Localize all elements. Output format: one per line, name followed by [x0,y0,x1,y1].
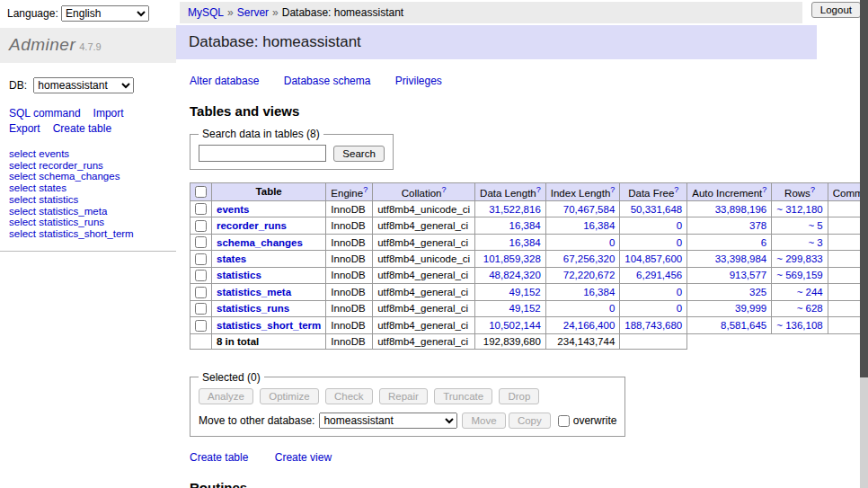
column-help-link[interactable]: ? [363,185,368,194]
row-checkbox[interactable] [195,270,207,281]
data-free-link[interactable]: 188,743,680 [624,320,682,331]
row-checkbox[interactable] [195,287,207,298]
data-free-link[interactable]: 104,857,600 [624,253,682,264]
move-db-select[interactable]: homeassistant [319,413,457,429]
import-link[interactable]: Import [93,107,124,120]
rows-link[interactable]: ~ 299,833 [776,253,822,264]
index-length-link[interactable]: 70,467,584 [563,204,616,215]
index-length-link[interactable]: 16,384 [583,220,615,231]
sidebar-item-schema-changes[interactable]: select schema_changes [9,171,167,182]
scrollbar-thumb[interactable] [860,0,868,377]
sidebar-item-statistics-short-term[interactable]: select statistics_short_term [9,228,167,240]
row-checkbox[interactable] [195,320,207,332]
data-length-link[interactable]: 10,502,144 [489,320,541,331]
row-checkbox[interactable] [195,203,207,215]
scrollbar[interactable] [860,0,868,488]
optimize-button[interactable]: Optimize [260,388,318,404]
index-length-link[interactable]: 0 [609,237,615,248]
truncate-button[interactable]: Truncate [434,388,492,404]
column-help-link[interactable]: ? [610,185,615,194]
auto-increment-link[interactable]: 8,581,645 [721,320,766,331]
db-select[interactable]: homeassistant [33,77,134,93]
auto-increment-link[interactable]: 378 [749,220,766,231]
overwrite-checkbox[interactable] [558,415,570,427]
sidebar-item-statistics[interactable]: select statistics [9,194,167,206]
index-length-link[interactable]: 67,256,320 [563,253,616,264]
rows-link[interactable]: ~ 136,108 [776,320,822,331]
rows-link[interactable]: ~ 5 [808,220,822,231]
row-checkbox[interactable] [195,303,207,315]
row-checkbox[interactable] [195,253,207,265]
rows-link[interactable]: ~ 628 [797,303,823,314]
sql-command-link[interactable]: SQL command [9,107,81,120]
check-button[interactable]: Check [325,388,373,404]
copy-button[interactable]: Copy [509,413,551,429]
data-length-link[interactable]: 49,152 [509,287,541,297]
column-help-link[interactable]: ? [762,185,766,194]
auto-increment-link[interactable]: 325 [749,287,766,297]
table-name-link[interactable]: events [217,204,249,215]
data-length-link[interactable]: 16,384 [509,237,541,248]
table-name-link[interactable]: schema_changes [217,237,303,248]
data-length-link[interactable]: 49,152 [509,303,541,314]
privileges-link[interactable]: Privileges [395,75,442,87]
move-button[interactable]: Move [462,413,505,429]
alter-database-link[interactable]: Alter database [190,75,259,87]
database-schema-link[interactable]: Database schema [284,75,371,87]
repair-button[interactable]: Repair [379,388,428,404]
data-length-link[interactable]: 16,384 [509,220,541,231]
analyze-button[interactable]: Analyze [199,388,253,404]
drop-button[interactable]: Drop [499,388,539,404]
select-all-checkbox[interactable] [195,186,207,198]
table-name-link[interactable]: states [217,253,246,264]
rows-link[interactable]: ~ 569,159 [776,270,822,280]
table-name-link[interactable]: statistics [217,270,261,280]
data-free-link[interactable]: 0 [677,303,682,314]
export-link[interactable]: Export [9,122,40,135]
breadcrumb-mysql-link[interactable]: MySQL [188,6,224,19]
create-table-link[interactable]: Create table [190,451,248,464]
auto-increment-link[interactable]: 913,577 [730,270,767,280]
data-free-link[interactable]: 0 [677,237,682,248]
table-name-link[interactable]: statistics_meta [217,287,291,297]
column-help-link[interactable]: ? [536,185,541,194]
data-free-link[interactable]: 6,291,456 [636,270,682,280]
index-length-link[interactable]: 24,166,400 [563,320,616,331]
auto-increment-link[interactable]: 33,898,196 [715,204,767,215]
data-length-link[interactable]: 31,522,816 [489,204,541,215]
data-free-link[interactable]: 0 [677,220,682,231]
index-length-link[interactable]: 16,384 [583,287,615,297]
auto-increment-link[interactable]: 39,999 [735,303,766,314]
rows-link[interactable]: ~ 3 [808,237,822,248]
sidebar-item-statistics-meta[interactable]: select statistics_meta [9,206,167,217]
sidebar-item-recorder-runs[interactable]: select recorder_runs [9,160,167,172]
column-help-link[interactable]: ? [441,185,446,194]
search-input[interactable] [199,145,326,162]
table-name-link[interactable]: recorder_runs [217,220,287,231]
row-checkbox[interactable] [195,236,207,248]
data-free-link[interactable]: 0 [677,287,682,297]
create-table-sidebar-link[interactable]: Create table [53,122,111,135]
column-help-link[interactable]: ? [674,185,678,194]
table-name-link[interactable]: statistics_short_term [217,320,321,331]
auto-increment-link[interactable]: 33,398,984 [715,253,767,264]
sidebar-item-states[interactable]: select states [9,182,167,194]
rows-link[interactable]: ~ 312,180 [776,204,822,215]
data-free-link[interactable]: 50,331,648 [631,204,683,215]
sidebar-item-events[interactable]: select events [9,148,167,160]
auto-increment-link[interactable]: 6 [761,237,766,248]
search-button[interactable]: Search [333,146,384,162]
column-help-link[interactable]: ? [810,185,815,194]
table-name-link[interactable]: statistics_runs [217,303,289,314]
index-length-link[interactable]: 0 [609,303,615,314]
data-length-link[interactable]: 48,824,320 [489,270,541,280]
language-select[interactable]: English [61,5,149,22]
sidebar-item-statistics-runs[interactable]: select statistics_runs [9,217,167,228]
rows-link[interactable]: ~ 244 [797,287,823,297]
logout-button[interactable]: Logout [811,2,861,18]
breadcrumb-server-link[interactable]: Server [237,6,269,19]
create-view-link[interactable]: Create view [275,451,332,464]
index-length-link[interactable]: 72,220,672 [563,270,616,280]
data-length-link[interactable]: 101,859,328 [483,253,541,264]
row-checkbox[interactable] [195,220,207,232]
